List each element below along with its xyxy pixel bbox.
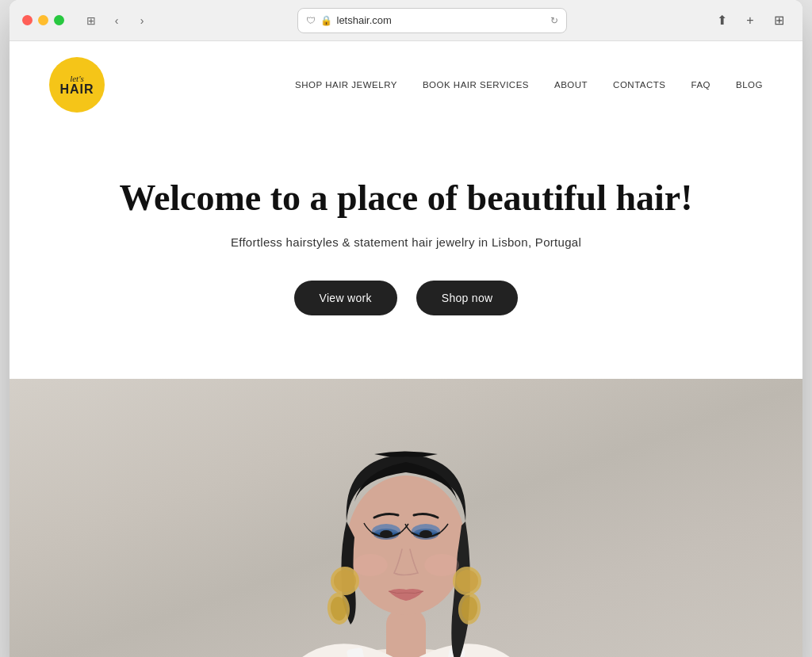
hero-title: Welcome to a place of beautiful hair! [49, 176, 763, 220]
site-header: let's HAIR SHOP HAIR JEWELRY BOOK HAIR S… [10, 41, 802, 128]
hero-section: Welcome to a place of beautiful hair! Ef… [10, 128, 802, 379]
nav-item-faq[interactable]: FAQ [691, 80, 711, 90]
browser-actions: ⬆ + ⊞ [710, 10, 790, 32]
nav-item-blog[interactable]: BLOG [736, 80, 763, 90]
traffic-lights [22, 15, 64, 25]
address-bar[interactable]: 🛡 🔒 letshair.com ↻ [297, 8, 567, 33]
url-text: letshair.com [337, 14, 392, 26]
close-button[interactable] [22, 15, 33, 25]
sidebar-toggle[interactable]: ⊞ [80, 10, 102, 32]
forward-button[interactable]: › [131, 10, 153, 32]
shop-now-button[interactable]: Shop now [416, 281, 519, 315]
nav-item-about[interactable]: ABOUT [554, 80, 588, 90]
svg-point-16 [456, 570, 478, 592]
site-nav: SHOP HAIR JEWELRY BOOK HAIR SERVICES ABO… [295, 80, 763, 90]
browser-toolbar: ⊞ ‹ › 🛡 🔒 letshair.com ↻ ⬆ + ⊞ [10, 0, 802, 41]
share-button[interactable]: ⬆ [710, 10, 733, 32]
logo-hair: HAIR [59, 83, 94, 96]
refresh-icon[interactable]: ↻ [550, 15, 558, 26]
nav-item-contacts[interactable]: CONTACTS [613, 80, 665, 90]
site-logo[interactable]: let's HAIR [49, 57, 105, 113]
svg-rect-1 [386, 609, 426, 657]
hero-buttons: View work Shop now [49, 281, 763, 315]
shield-icon: 🛡 [306, 15, 316, 26]
maximize-button[interactable] [54, 15, 64, 25]
view-work-button[interactable]: View work [294, 281, 397, 315]
browser-window: ⊞ ‹ › 🛡 🔒 letshair.com ↻ ⬆ + ⊞ let's HAI… [10, 0, 802, 657]
hero-subtitle: Effortless hairstyles & statement hair j… [49, 235, 763, 249]
image-section [10, 379, 802, 657]
back-button[interactable]: ‹ [105, 10, 128, 32]
logo-lets: let's [70, 74, 84, 83]
nav-item-shop-hair-jewelry[interactable]: SHOP HAIR JEWELRY [295, 80, 397, 90]
svg-point-7 [380, 530, 393, 538]
svg-point-10 [419, 530, 432, 538]
website-content: let's HAIR SHOP HAIR JEWELRY BOOK HAIR S… [10, 41, 802, 657]
browser-nav: ⊞ ‹ › [80, 10, 153, 32]
nav-item-book-hair-services[interactable]: BOOK HAIR SERVICES [423, 80, 529, 90]
svg-point-12 [334, 570, 356, 592]
svg-point-19 [353, 554, 388, 576]
new-tab-button[interactable]: + [739, 10, 761, 32]
person-illustration [216, 379, 596, 657]
address-bar-container: 🛡 🔒 letshair.com ↻ [163, 8, 701, 33]
svg-point-20 [424, 554, 459, 576]
minimize-button[interactable] [38, 15, 48, 25]
lock-icon: 🔒 [320, 15, 332, 26]
grid-button[interactable]: ⊞ [768, 10, 790, 32]
